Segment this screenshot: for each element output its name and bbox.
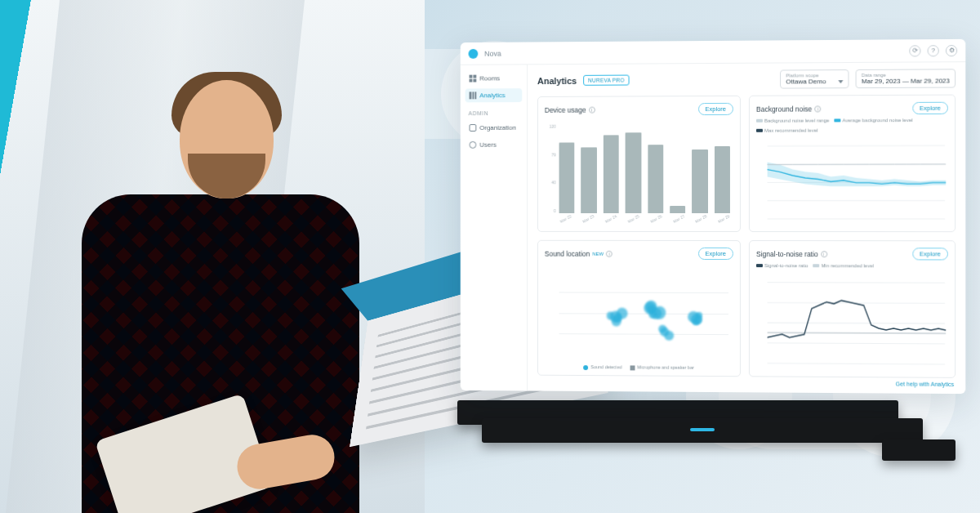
sidebar: Rooms Analytics ADMIN Organization Users: [461, 65, 528, 390]
info-icon[interactable]: i: [814, 105, 821, 112]
tile-snr: Signal-to-noise ratio i Explore Signal-t…: [749, 240, 956, 378]
tile-title: Sound location NEW i: [545, 249, 612, 257]
background-noise-chart: [756, 134, 948, 225]
settings-icon[interactable]: ⚙: [946, 44, 957, 56]
explore-button[interactable]: Explore: [912, 102, 948, 114]
filter-value: Mar 29, 2023 — Mar 29, 2023: [862, 77, 950, 85]
sidebar-item-label: Organization: [479, 124, 516, 132]
users-icon: [470, 141, 477, 149]
svg-line-0: [768, 145, 945, 146]
analytics-app-window: Nova ⟳ ? ⚙ Rooms Analytics ADMIN Organiz…: [461, 39, 966, 394]
sidebar-item-label: Users: [479, 141, 496, 149]
tile-background-noise: Background noise i Explore Background no…: [749, 95, 956, 233]
explore-button[interactable]: Explore: [698, 103, 733, 115]
page-header: Analytics NUREVA PRO Platform scope Otta…: [537, 69, 956, 90]
organization-icon: [470, 124, 477, 132]
sync-icon[interactable]: ⟳: [909, 45, 920, 56]
info-icon[interactable]: i: [821, 251, 827, 257]
explore-button[interactable]: Explore: [912, 248, 948, 260]
analytics-icon: [470, 91, 477, 99]
sidebar-item-label: Rooms: [479, 74, 500, 82]
info-icon[interactable]: i: [589, 106, 595, 113]
filter-value: Ottawa Demo: [786, 78, 826, 85]
scope-dropdown[interactable]: Platform scope Ottawa Demo: [780, 69, 849, 89]
snr-chart: [756, 270, 948, 371]
sidebar-item-analytics[interactable]: Analytics: [466, 88, 523, 102]
device-usage-chart: 12079400 Mar 22Mar 23Mar 24Mar 25Mar 26M…: [545, 118, 733, 225]
sidebar-section-label: ADMIN: [469, 110, 523, 116]
svg-line-8: [768, 343, 945, 344]
sound-location-chart: Sound detected Microphone and speaker ba…: [545, 263, 733, 370]
svg-line-9: [768, 364, 945, 364]
info-icon[interactable]: i: [606, 250, 612, 256]
rooms-icon: [470, 75, 477, 83]
help-icon[interactable]: ?: [928, 45, 939, 56]
tile-title: Signal-to-noise ratio i: [756, 250, 827, 258]
tile-sound-location: Sound location NEW i Explore Sound detec…: [537, 240, 741, 377]
soundbar-device: [482, 418, 923, 443]
page-title: Analytics: [537, 75, 577, 85]
chevron-down-icon: [839, 80, 844, 83]
brand-name: Nova: [484, 49, 501, 57]
svg-line-5: [768, 283, 945, 283]
svg-line-7: [768, 323, 945, 323]
chart-legend: Signal-to-noise ratioMin recommended lev…: [756, 263, 948, 268]
sidebar-item-rooms[interactable]: Rooms: [466, 71, 523, 85]
hub-device: [882, 439, 956, 461]
explore-button[interactable]: Explore: [698, 248, 733, 260]
date-range-picker[interactable]: Data range Mar 29, 2023 — Mar 29, 2023: [856, 69, 956, 88]
tile-title: Device usage i: [545, 105, 595, 114]
sidebar-item-organization[interactable]: Organization: [466, 121, 523, 135]
chart-legend: Background noise level rangeAverage back…: [756, 118, 948, 133]
brand-logo-icon: [469, 48, 479, 58]
app-header: Nova ⟳ ? ⚙: [461, 39, 966, 65]
sidebar-item-label: Analytics: [479, 91, 505, 99]
tile-title: Background noise i: [756, 105, 821, 113]
chart-legend: Sound detected Microphone and speaker ba…: [545, 364, 733, 371]
hardware-devices: [457, 400, 947, 474]
help-link[interactable]: Get help with Analytics: [537, 376, 956, 387]
svg-line-6: [768, 302, 945, 303]
tile-device-usage: Device usage i Explore 12079400 Mar 22Ma…: [537, 96, 741, 232]
person-illustration: [33, 56, 376, 513]
main-content: Analytics NUREVA PRO Platform scope Otta…: [528, 62, 965, 394]
plan-badge: NUREVA PRO: [583, 75, 630, 86]
sidebar-item-users[interactable]: Users: [466, 138, 523, 152]
